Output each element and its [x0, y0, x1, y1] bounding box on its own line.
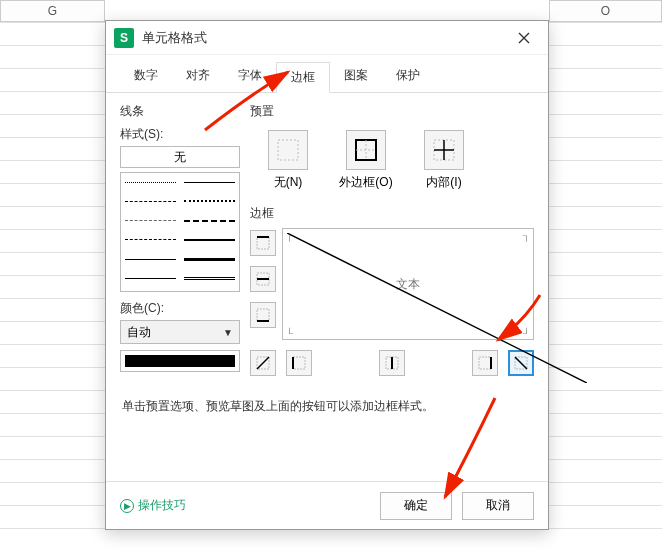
preset-outline[interactable]: 外边框(O)	[338, 130, 394, 191]
line-color-swatch[interactable]	[120, 350, 240, 372]
play-icon: ▶	[120, 499, 134, 513]
ok-button[interactable]: 确定	[380, 492, 452, 520]
line-color-combo[interactable]: 自动 ▼	[120, 320, 240, 344]
preset-inside-icon	[430, 136, 458, 164]
column-header-o[interactable]: O	[549, 0, 662, 22]
line-panel: 线条 样式(S): 无 颜色(C): 自动 ▼	[120, 103, 240, 376]
border-section-label: 边框	[250, 205, 534, 222]
border-top-icon	[255, 235, 271, 251]
tab-alignment[interactable]: 对齐	[172, 61, 224, 92]
dialog-title: 单元格格式	[142, 29, 508, 47]
border-preview[interactable]: ┌ ┐ └ ┘ 文本	[282, 228, 534, 340]
tab-bar: 数字 对齐 字体 边框 图案 保护	[106, 55, 548, 93]
tab-protection[interactable]: 保护	[382, 61, 434, 92]
line-style-samples[interactable]	[120, 172, 240, 292]
svg-rect-11	[257, 309, 269, 321]
svg-rect-7	[257, 237, 269, 249]
dialog-footer: ▶ 操作技巧 确定 取消	[106, 481, 548, 529]
svg-line-13	[287, 233, 587, 383]
border-diag-up-icon	[255, 355, 271, 371]
hint-text: 单击预置选项、预览草图及上面的按钮可以添加边框样式。	[106, 386, 548, 427]
app-icon: S	[114, 28, 134, 48]
preview-diagonal-icon	[287, 233, 587, 383]
tips-link[interactable]: ▶ 操作技巧	[120, 497, 186, 514]
border-bottom-icon	[255, 307, 271, 323]
line-color-label: 颜色(C):	[120, 300, 240, 317]
titlebar: S 单元格格式	[106, 21, 548, 55]
preset-none[interactable]: 无(N)	[260, 130, 316, 191]
border-middle-h-icon	[255, 271, 271, 287]
close-button[interactable]	[508, 26, 540, 50]
line-section-label: 线条	[120, 103, 240, 120]
border-middle-h-button[interactable]	[250, 266, 276, 292]
presets-section-label: 预置	[250, 103, 534, 120]
chevron-down-icon: ▼	[223, 327, 233, 338]
line-style-value[interactable]: 无	[120, 146, 240, 168]
preset-none-icon	[274, 136, 302, 164]
border-bottom-button[interactable]	[250, 302, 276, 328]
line-style-label: 样式(S):	[120, 126, 240, 143]
preset-outline-icon	[352, 136, 380, 164]
tab-pattern[interactable]: 图案	[330, 61, 382, 92]
svg-line-15	[257, 357, 269, 369]
tab-border[interactable]: 边框	[276, 62, 330, 93]
line-color-value: 自动	[127, 324, 151, 341]
cancel-button[interactable]: 取消	[462, 492, 534, 520]
svg-rect-0	[278, 140, 298, 160]
tab-number[interactable]: 数字	[120, 61, 172, 92]
column-header-g[interactable]: G	[0, 0, 105, 22]
cell-format-dialog: S 单元格格式 数字 对齐 字体 边框 图案 保护 线条 样式(S): 无	[105, 20, 549, 530]
border-diag-up-button[interactable]	[250, 350, 276, 376]
border-top-button[interactable]	[250, 230, 276, 256]
tab-font[interactable]: 字体	[224, 61, 276, 92]
preset-inside[interactable]: 内部(I)	[416, 130, 472, 191]
close-icon	[518, 32, 530, 44]
